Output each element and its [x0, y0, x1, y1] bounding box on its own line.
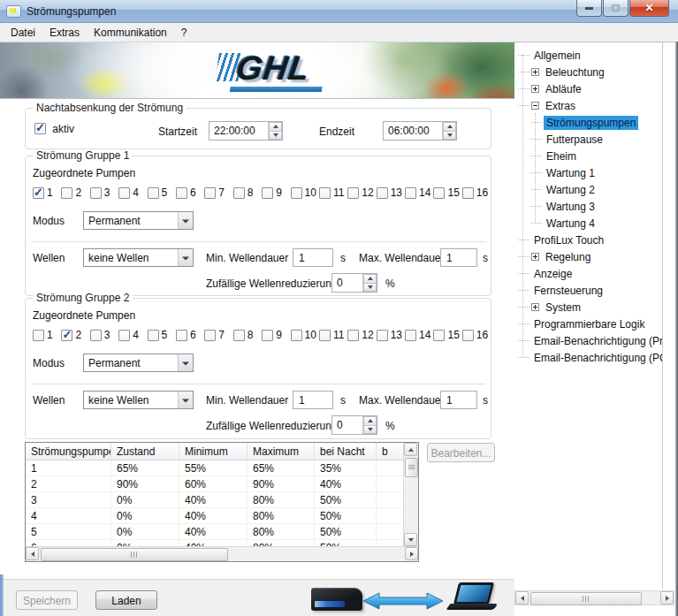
pump-checkbox-4[interactable]: 4 — [118, 329, 147, 342]
modus-dropdown[interactable]: Permanent — [83, 354, 194, 372]
pump-checkbox-1[interactable]: 1 — [33, 329, 61, 342]
pump-checkbox-14[interactable]: 14 — [405, 186, 433, 200]
tree-item-profilux-touch[interactable]: ProfiLux Touch — [514, 232, 662, 248]
spin-down-icon[interactable] — [363, 284, 377, 293]
tree-item-wartung-1[interactable]: Wartung 1 — [514, 164, 662, 181]
tree-item-wartung-4[interactable]: Wartung 4 — [514, 215, 662, 232]
column-header-b[interactable]: b — [377, 443, 403, 460]
tree-horizontal-scrollbar[interactable] — [514, 590, 674, 605]
pump-checkbox-8[interactable]: 8 — [233, 186, 262, 200]
spin-down-icon[interactable] — [443, 132, 456, 141]
menu-item-help[interactable]: ? — [174, 25, 194, 41]
table-row[interactable]: 40%40%80%50% — [26, 508, 403, 524]
spin-down-icon[interactable] — [269, 132, 282, 141]
scroll-left-icon[interactable] — [515, 591, 529, 605]
save-button[interactable]: Speichern — [16, 590, 78, 610]
expand-icon[interactable] — [531, 68, 539, 76]
scroll-left-icon[interactable] — [26, 547, 39, 560]
scrollbar-thumb[interactable] — [530, 592, 642, 605]
minimize-button[interactable] — [576, 0, 602, 17]
menu-item-kommunikation[interactable]: Kommunikation — [87, 25, 174, 41]
pump-checkbox-7[interactable]: 7 — [204, 186, 232, 200]
pump-checkbox-5[interactable]: 5 — [148, 329, 176, 342]
end-time-spinner[interactable]: 06:00:00 — [383, 121, 457, 141]
pump-checkbox-15[interactable]: 15 — [433, 186, 461, 200]
spin-down-icon[interactable] — [363, 426, 377, 435]
table-vertical-scrollbar[interactable] — [403, 443, 418, 546]
pump-checkbox-16[interactable]: 16 — [462, 186, 491, 200]
modus-dropdown[interactable]: Permanent — [83, 211, 194, 230]
max-wave-input[interactable]: 1 — [440, 248, 477, 267]
tree-item-beleuchtung[interactable]: Beleuchtung — [514, 64, 662, 80]
tree-item-futterpause[interactable]: Futterpause — [514, 131, 662, 148]
pump-checkbox-12[interactable]: 12 — [347, 186, 376, 200]
min-wave-input[interactable]: 1 — [293, 248, 333, 267]
menu-item-datei[interactable]: Datei — [4, 25, 42, 41]
table-row[interactable]: 30%40%80%50% — [26, 492, 403, 508]
pump-checkbox-12[interactable]: 12 — [347, 329, 376, 342]
wellen-dropdown[interactable]: keine Wellen — [83, 248, 194, 267]
tree-item-regelung[interactable]: Regelung — [514, 248, 662, 265]
chevron-down-icon[interactable] — [178, 354, 193, 371]
scroll-right-icon[interactable] — [405, 547, 418, 560]
pump-checkbox-1[interactable]: 1 — [33, 186, 61, 200]
tree-item-email-benachrichtigung-pc[interactable]: Email-Benachrichtigung (PC) — [514, 349, 662, 366]
pump-checkbox-15[interactable]: 15 — [433, 329, 461, 342]
chevron-down-icon[interactable] — [178, 212, 193, 229]
table-row[interactable]: 165%55%65%35% — [26, 460, 403, 476]
pump-checkbox-2[interactable]: 2 — [61, 329, 89, 342]
expand-icon[interactable] — [531, 253, 539, 261]
scrollbar-thumb[interactable] — [41, 548, 228, 561]
pump-checkbox-16[interactable]: 16 — [462, 329, 491, 342]
min-wave-input[interactable]: 1 — [293, 391, 333, 409]
pump-checkbox-13[interactable]: 13 — [377, 186, 405, 200]
tree-item-stromungspumpen[interactable]: Strömungspumpen — [514, 114, 662, 131]
table-row[interactable]: 60%40%80%50% — [26, 540, 403, 546]
column-header-maximum[interactable]: Maximum — [248, 443, 315, 460]
pump-checkbox-9[interactable]: 9 — [262, 329, 290, 342]
spin-up-icon[interactable] — [363, 416, 377, 426]
column-header-stromungspumpe[interactable]: Strömungspumpe — [26, 443, 111, 460]
pump-checkbox-13[interactable]: 13 — [377, 329, 405, 342]
pump-checkbox-6[interactable]: 6 — [176, 186, 204, 200]
pump-checkbox-8[interactable]: 8 — [233, 329, 262, 342]
spin-up-icon[interactable] — [269, 122, 282, 132]
tree-item-wartung-2[interactable]: Wartung 2 — [514, 181, 662, 198]
pump-checkbox-10[interactable]: 10 — [291, 186, 319, 200]
tree-item-system[interactable]: System — [514, 299, 662, 316]
wellen-dropdown[interactable]: keine Wellen — [83, 391, 194, 409]
pump-checkbox-10[interactable]: 10 — [291, 329, 319, 342]
random-reduction-spinner[interactable]: 0 — [331, 415, 377, 435]
chevron-down-icon[interactable] — [178, 249, 193, 266]
tree-item-anzeige[interactable]: Anzeige — [514, 265, 662, 282]
pump-checkbox-6[interactable]: 6 — [176, 329, 204, 342]
maximize-button[interactable] — [603, 0, 628, 17]
collapse-icon[interactable] — [531, 102, 539, 110]
pump-checkbox-11[interactable]: 11 — [319, 329, 347, 342]
pump-checkbox-4[interactable]: 4 — [118, 186, 147, 200]
tree-item-allgemein[interactable]: Allgemein — [514, 47, 662, 64]
pump-checkbox-3[interactable]: 3 — [90, 329, 118, 342]
pump-checkbox-3[interactable]: 3 — [90, 186, 118, 200]
pump-checkbox-14[interactable]: 14 — [405, 329, 433, 342]
tree-item-eheim[interactable]: Eheim — [514, 148, 662, 164]
tree-item-wartung-3[interactable]: Wartung 3 — [514, 198, 662, 215]
column-header-bei-nacht[interactable]: bei Nacht — [315, 443, 377, 460]
tree-item-fernsteuerung[interactable]: Fernsteuerung — [514, 282, 662, 299]
column-header-minimum[interactable]: Minimum — [179, 443, 248, 460]
close-button[interactable]: ✕ — [629, 0, 669, 17]
edit-button[interactable]: Bearbeiten... — [427, 443, 495, 462]
scroll-down-icon[interactable] — [404, 533, 417, 546]
active-checkbox[interactable]: aktiv — [34, 123, 74, 135]
tree-item-email-benachrichtigung-prof[interactable]: Email-Benachrichtigung (Prof — [514, 332, 662, 349]
chevron-down-icon[interactable] — [178, 392, 193, 408]
pump-checkbox-9[interactable]: 9 — [262, 186, 290, 200]
start-time-spinner[interactable]: 22:00:00 — [209, 121, 283, 141]
scroll-right-icon[interactable] — [660, 591, 674, 605]
tree-item-extras[interactable]: Extras — [514, 97, 662, 114]
scroll-up-icon[interactable] — [404, 443, 417, 456]
load-button[interactable]: Laden — [95, 590, 157, 610]
tree-item-programmierbare-logik[interactable]: Programmierbare Logik — [514, 316, 662, 332]
pump-checkbox-5[interactable]: 5 — [148, 186, 176, 200]
expand-icon[interactable] — [531, 303, 539, 311]
